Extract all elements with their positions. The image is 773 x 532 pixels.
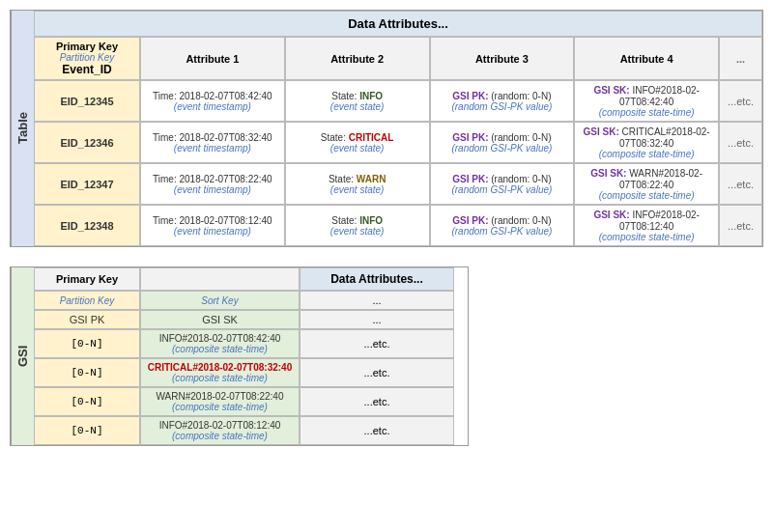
attr3-header: Attribute 3 xyxy=(430,37,575,80)
row3-attr2: State: INFO (event state) xyxy=(285,205,430,246)
gsi-labels-row: GSI PK GSI SK ... xyxy=(34,310,468,329)
table-row: EID_12345 Time: 2018-02-07T08:42:40 (eve… xyxy=(34,80,762,122)
row-id-cell: EID_12347 xyxy=(34,163,140,205)
gsi-row0-pk: [0-N] xyxy=(34,329,140,358)
gsi-partition-key-sublabel: Partition Key xyxy=(34,291,140,310)
row3-attr4: GSI SK: INFO#2018-02-07T08:12:40 (compos… xyxy=(574,205,719,246)
gsi-row1-pk: [0-N] xyxy=(34,358,140,387)
gsi-row1-sk: CRITICAL#2018-02-07T08:32:40 (composite … xyxy=(140,358,300,387)
row1-attr3: GSI PK: (random: 0-N) (random GSI-PK val… xyxy=(430,122,575,163)
gsi-label: GSI xyxy=(11,267,34,445)
data-attributes-header: Data Attributes... xyxy=(34,11,762,37)
row1-attr2: State: CRITICAL (event state) xyxy=(285,122,430,163)
gsi-section: GSI Primary Key Data Attributes... Parti… xyxy=(10,266,469,446)
row3-attr1: Time: 2018-02-07T08:12:40 (event timesta… xyxy=(140,205,285,246)
partition-key-label: Partition Key xyxy=(60,52,115,63)
table-label: Table xyxy=(11,11,34,246)
attr4-header: Attribute 4 xyxy=(574,37,719,80)
column-headers: Primary Key Partition Key Event_ID Attri… xyxy=(34,37,762,80)
gsi-data-dots2: ... xyxy=(300,310,454,329)
row-id: EID_12347 xyxy=(60,179,113,190)
gsi-row: [0-N] WARN#2018-02-07T08:22:40 (composit… xyxy=(34,387,468,416)
row2-attr2: State: WARN (event state) xyxy=(285,163,430,205)
row0-attr2: State: INFO (event state) xyxy=(285,80,430,122)
gsi-data-dots: ... xyxy=(300,291,454,310)
gsi-pk-col-label: GSI PK xyxy=(34,310,140,329)
row-id-cell: EID_12345 xyxy=(34,80,140,122)
table-row: EID_12346 Time: 2018-02-07T08:32:40 (eve… xyxy=(34,122,762,163)
primary-key-label: Primary Key xyxy=(56,41,118,52)
gsi-row: [0-N] CRITICAL#2018-02-07T08:32:40 (comp… xyxy=(34,358,468,387)
row-id-cell: EID_12346 xyxy=(34,122,140,163)
attr2-header: Attribute 2 xyxy=(285,37,430,80)
gsi-row2-etc: ...etc. xyxy=(300,387,454,416)
row0-attr4: GSI SK: INFO#2018-02-07T08:42:40 (compos… xyxy=(574,80,719,122)
gsi-row2-pk: [0-N] xyxy=(34,387,140,416)
attr-more-header: ... xyxy=(719,37,762,80)
row3-attr3: GSI PK: (random: 0-N) (random GSI-PK val… xyxy=(430,205,575,246)
attr1-header: Attribute 1 xyxy=(140,37,285,80)
gsi-row: [0-N] INFO#2018-02-07T08:12:40 (composit… xyxy=(34,416,468,445)
row3-etc: ...etc. xyxy=(719,205,762,246)
row-id-cell: EID_12348 xyxy=(34,205,140,246)
gsi-header-row: Primary Key Data Attributes... xyxy=(34,267,468,291)
row-id: EID_12348 xyxy=(60,220,113,232)
row0-attr3: GSI PK: (random: 0-N) (random GSI-PK val… xyxy=(430,80,575,122)
row2-attr1: Time: 2018-02-07T08:22:40 (event timesta… xyxy=(140,163,285,205)
gsi-row0-etc: ...etc. xyxy=(300,329,454,358)
gsi-data-attr-header: Data Attributes... xyxy=(300,267,454,291)
gsi-row3-sk: INFO#2018-02-07T08:12:40 (composite stat… xyxy=(140,416,300,445)
row1-attr4: GSI SK: CRITICAL#2018-02-07T08:32:40 (co… xyxy=(574,122,719,163)
gsi-sk-col-label: GSI SK xyxy=(140,310,300,329)
gsi-row0-sk: INFO#2018-02-07T08:42:40 (composite stat… xyxy=(140,329,300,358)
gsi-row: [0-N] INFO#2018-02-07T08:42:40 (composit… xyxy=(34,329,468,358)
table-section: Table Data Attributes... Primary Key Par… xyxy=(10,10,763,247)
gsi-subheader-row: Partition Key Sort Key ... xyxy=(34,291,468,310)
table-row: EID_12348 Time: 2018-02-07T08:12:40 (eve… xyxy=(34,205,762,246)
gsi-row2-sk: WARN#2018-02-07T08:22:40 (composite stat… xyxy=(140,387,300,416)
table-row: EID_12347 Time: 2018-02-07T08:22:40 (eve… xyxy=(34,163,762,205)
gsi-sort-key-sublabel: Sort Key xyxy=(140,291,300,310)
row-id: EID_12346 xyxy=(60,137,113,149)
row-id: EID_12345 xyxy=(60,96,113,107)
gsi-sk-placeholder xyxy=(140,267,300,291)
row1-attr1: Time: 2018-02-07T08:32:40 (event timesta… xyxy=(140,122,285,163)
event-id-header: Event_ID xyxy=(62,63,111,76)
gsi-row1-etc: ...etc. xyxy=(300,358,454,387)
gsi-row3-pk: [0-N] xyxy=(34,416,140,445)
row0-etc: ...etc. xyxy=(719,80,762,122)
row2-etc: ...etc. xyxy=(719,163,762,205)
pk-header-cell: Primary Key Partition Key Event_ID xyxy=(34,37,140,80)
row2-attr4: GSI SK: WARN#2018-02-07T08:22:40 (compos… xyxy=(574,163,719,205)
gsi-pk-main-header: Primary Key xyxy=(34,267,140,291)
row0-attr1: Time: 2018-02-07T08:42:40 (event timesta… xyxy=(140,80,285,122)
row2-attr3: GSI PK: (random: 0-N) (random GSI-PK val… xyxy=(430,163,575,205)
gsi-row3-etc: ...etc. xyxy=(300,416,454,445)
row1-etc: ...etc. xyxy=(719,122,762,163)
